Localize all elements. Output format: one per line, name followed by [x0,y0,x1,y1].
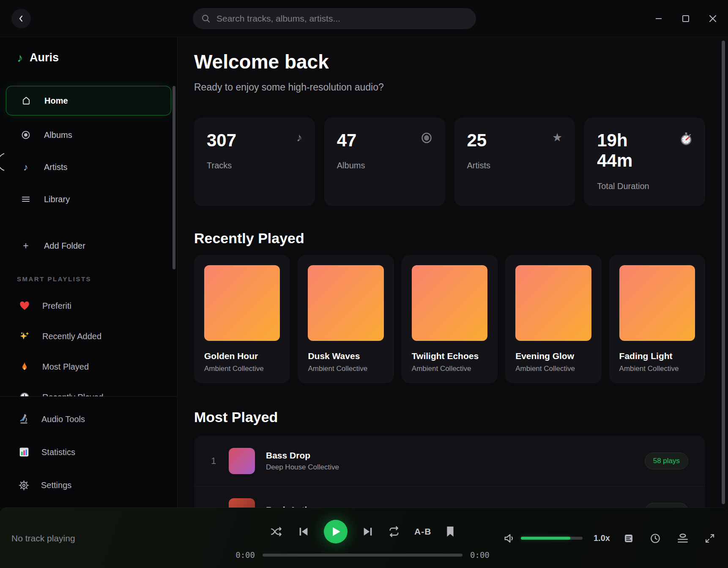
album-art [619,265,695,341]
music-note-icon: ♪ [17,52,23,64]
auris-app-window: ♪ Auris Home Albums ♪ Artists [0,0,728,568]
sidebar-item-label: Preferiti [42,301,71,311]
album-title: Twilight Echoes [412,351,487,361]
album-card[interactable]: Twilight Echoes Ambient Collective [402,255,498,383]
expand-icon[interactable] [705,533,715,543]
sidebar-item-recently-added[interactable]: Recently Added [6,321,171,351]
page-subtitle: Ready to enjoy some high-resolution audi… [194,81,705,93]
sidebar-item-label: Most Played [42,362,89,372]
smart-playlists-header: SMART PLAYLISTS [6,275,171,285]
album-artist: Ambient Collective [619,365,695,373]
add-folder-label: Add Folder [44,241,85,251]
album-art [308,265,383,341]
track-artist: Deep House Collective [266,463,339,472]
sidebar-item-recently-played[interactable]: Recently Played [6,382,171,396]
stat-value: 25 [467,130,487,151]
sidebar-item-label: Home [44,96,68,106]
sidebar-tools-section: Audio Tools Statistics [0,396,177,508]
stat-card-artists: 25 ★ Artists [454,118,575,206]
sidebar-scrollbar[interactable] [172,86,175,269]
sidebar-item-statistics[interactable]: Statistics [6,436,171,469]
album-title: Golden Hour [204,351,280,361]
queue-icon[interactable] [677,533,689,544]
stat-card-tracks: 307 ♪ Tracks [194,118,315,206]
gear-icon [19,480,29,491]
repeat-icon[interactable] [388,526,400,538]
history-clock-icon[interactable] [650,533,661,544]
stats-grid: 307 ♪ Tracks 47 Albums 25 ★ [194,118,705,206]
stopwatch-icon [680,132,692,145]
home-icon [21,96,32,106]
sidebar-item-library[interactable]: Library [6,183,171,215]
sidebar-item-label: Settings [41,480,71,490]
main-content: Welcome back Ready to enjoy some high-re… [178,37,728,568]
track-row[interactable]: 1 Bass Drop Deep House Collective 58 pla… [194,436,705,486]
album-card[interactable]: Golden Hour Ambient Collective [194,255,290,383]
stat-label: Albums [337,161,432,170]
progress-bar[interactable] [263,554,463,557]
play-button[interactable] [324,520,348,543]
stat-label: Artists [467,161,563,170]
play-count-badge: 58 plays [645,453,688,469]
sidebar-item-artists[interactable]: ♪ Artists [6,151,171,183]
back-button[interactable] [11,9,31,28]
sidebar-item-most-played[interactable]: Most Played [6,351,171,382]
sidebar-item-label: Recently Played [42,392,104,397]
plus-icon: + [20,240,31,252]
sidebar-item-label: Audio Tools [41,414,85,424]
sidebar-item-albums[interactable]: Albums [6,119,171,151]
album-artist: Ambient Collective [412,365,487,373]
track-rank: 1 [211,455,229,466]
window-controls [654,0,718,37]
search-bar[interactable] [193,8,476,29]
stat-value: 47 [337,130,357,151]
menu-lines-icon [20,194,31,204]
album-art [515,265,591,341]
music-note-icon: ♪ [20,162,31,173]
sidebar-item-label: Library [44,195,70,204]
maximize-button[interactable] [681,14,691,24]
clock-icon [19,392,30,396]
track-title: Bass Drop [266,450,339,461]
next-track-icon[interactable] [362,526,374,538]
minimize-button[interactable] [654,14,664,24]
player-bar: No track playing [0,508,728,568]
volume-icon[interactable] [503,532,515,544]
page-title: Welcome back [194,50,705,74]
record-icon [20,130,31,140]
now-playing-status: No track playing [11,508,75,568]
main-scrollbar[interactable] [722,41,725,504]
stat-card-albums: 47 Albums [324,118,445,206]
chevron-left-icon [17,15,25,22]
track-art [229,448,255,474]
bookmark-icon[interactable] [446,526,455,537]
stat-label: Total Duration [597,181,692,191]
elapsed-time: 0:00 [230,550,255,560]
sidebar-item-label: Statistics [41,447,75,457]
lyrics-icon[interactable] [624,533,634,543]
recently-played-grid: Golden Hour Ambient Collective Dusk Wave… [194,255,705,383]
add-folder-button[interactable]: + Add Folder [6,230,171,261]
sidebar-item-settings[interactable]: Settings [6,469,171,502]
volume-slider[interactable] [521,537,583,540]
top-bar [0,0,728,37]
album-card[interactable]: Dusk Waves Ambient Collective [298,255,394,383]
previous-track-icon[interactable] [298,526,309,538]
sidebar: ♪ Auris Home Albums ♪ Artists [0,37,178,508]
flame-icon [19,361,30,372]
sidebar-item-preferiti[interactable]: Preferiti [6,291,171,321]
sidebar-item-audio-tools[interactable]: Audio Tools [6,403,171,436]
album-title: Evening Glow [515,351,591,361]
album-card[interactable]: Fading Light Ambient Collective [609,255,705,383]
search-input[interactable] [216,14,468,24]
volume-fill [521,537,570,540]
sidebar-item-home[interactable]: Home [6,86,171,115]
close-button[interactable] [708,14,718,24]
shuffle-icon[interactable] [271,526,283,537]
music-note-icon: ♪ [296,132,302,143]
album-card[interactable]: Evening Glow Ambient Collective [505,255,601,383]
album-art [204,265,280,341]
ab-loop-button[interactable]: A-B [414,527,431,537]
heart-icon [19,301,30,311]
playback-speed-button[interactable]: 1.0x [594,533,610,543]
